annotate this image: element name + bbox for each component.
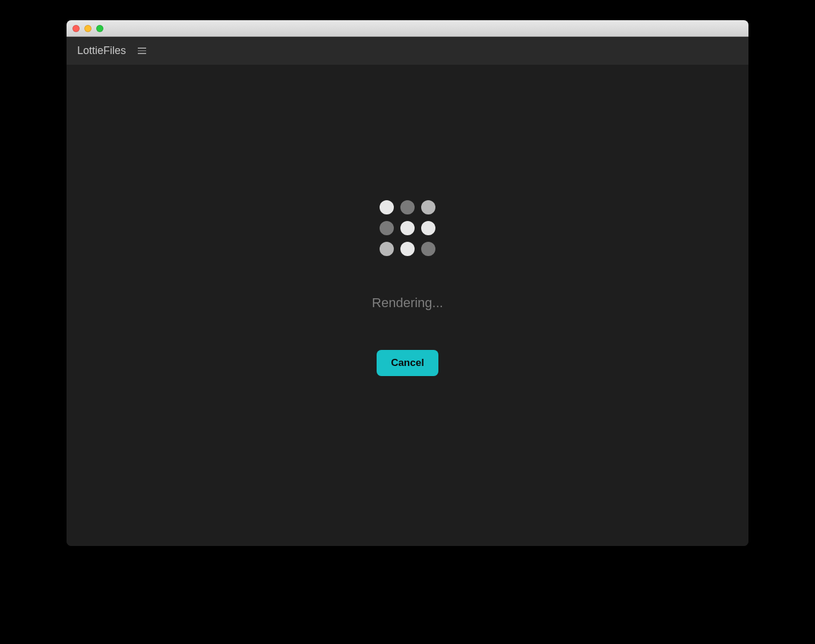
loader-dot xyxy=(380,242,394,256)
loader-dot xyxy=(380,221,394,235)
app-window: LottieFiles Rendering... Cancel xyxy=(67,20,748,546)
loader-dot xyxy=(380,200,394,214)
menu-icon[interactable] xyxy=(135,45,149,56)
loader-dot xyxy=(421,200,435,214)
app-title: LottieFiles xyxy=(77,45,126,57)
cancel-button[interactable]: Cancel xyxy=(377,350,438,376)
loader-dot xyxy=(400,242,415,256)
app-toolbar: LottieFiles xyxy=(67,37,748,65)
loading-spinner-icon xyxy=(380,200,435,256)
loader-dot xyxy=(421,221,435,235)
window-titlebar xyxy=(67,20,748,37)
status-text: Rendering... xyxy=(372,295,443,311)
close-window-button[interactable] xyxy=(72,25,80,32)
main-content: Rendering... Cancel xyxy=(67,65,748,546)
loader-dot xyxy=(421,242,435,256)
minimize-window-button[interactable] xyxy=(84,25,91,32)
maximize-window-button[interactable] xyxy=(96,25,103,32)
loader-dot xyxy=(400,200,415,214)
loader-dot xyxy=(400,221,415,235)
